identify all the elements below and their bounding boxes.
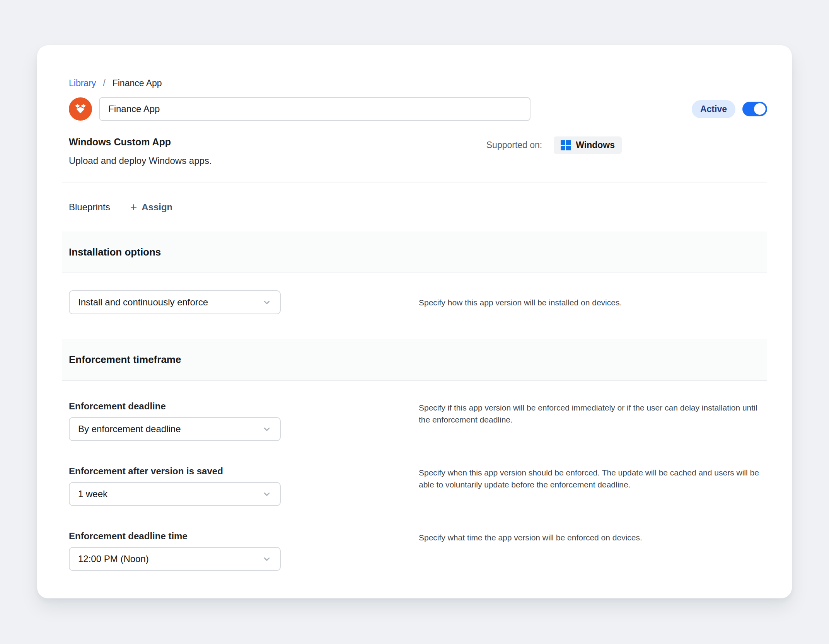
supported-on-label: Supported on: [486, 140, 542, 150]
enforcement-deadline-time-description: Specify what time the app version will b… [419, 531, 767, 543]
enforcement-deadline-value: By enforcement deadline [78, 424, 181, 434]
app-detail-card: Library / Finance App Active Windows Cus… [37, 45, 792, 598]
enforcement-after-save-row: Enforcement after version is saved 1 wee… [69, 466, 767, 506]
section-header-installation-options: Installation options [62, 232, 767, 273]
enforcement-deadline-dropdown[interactable]: By enforcement deadline [69, 417, 281, 441]
enforcement-deadline-description: Specify if this app version will be enfo… [419, 401, 767, 426]
app-name-input[interactable] [99, 97, 530, 121]
app-header-row: Active [69, 97, 767, 121]
installation-method-dropdown[interactable]: Install and continuously enforce [69, 290, 281, 314]
enforcement-after-save-dropdown[interactable]: 1 week [69, 482, 281, 506]
enforcement-deadline-row: Enforcement deadline By enforcement dead… [69, 401, 767, 441]
breadcrumb: Library / Finance App [69, 45, 767, 89]
enforcement-deadline-time-field: Enforcement deadline time 12:00 PM (Noon… [69, 531, 419, 571]
breadcrumb-current: Finance App [113, 78, 162, 89]
enforcement-after-save-label: Enforcement after version is saved [69, 466, 419, 477]
enforcement-deadline-field: Enforcement deadline By enforcement dead… [69, 401, 419, 441]
installation-method-value: Install and continuously enforce [78, 297, 208, 308]
status-badge: Active [692, 100, 735, 118]
supported-on-block: Supported on: Windows [486, 136, 622, 154]
blueprints-label: Blueprints [69, 202, 110, 213]
chevron-down-icon [262, 554, 271, 564]
installation-method-row: Install and continuously enforce Specify… [69, 290, 767, 314]
enforcement-deadline-time-value: 12:00 PM (Noon) [78, 554, 149, 564]
app-type-title: Windows Custom App [69, 136, 212, 148]
assign-blueprint-button[interactable]: + Assign [130, 202, 173, 213]
blueprints-row: Blueprints + Assign [69, 202, 767, 213]
windows-logo-icon [561, 140, 571, 150]
platform-badge-windows: Windows [554, 136, 622, 154]
chevron-down-icon [262, 298, 271, 307]
platform-name: Windows [576, 140, 615, 150]
breadcrumb-library-link[interactable]: Library [69, 78, 96, 89]
header-divider [62, 182, 767, 182]
enforcement-after-save-field: Enforcement after version is saved 1 wee… [69, 466, 419, 506]
breadcrumb-separator: / [103, 78, 105, 89]
active-toggle-knob [754, 103, 766, 115]
enforcement-deadline-time-dropdown[interactable]: 12:00 PM (Noon) [69, 547, 281, 571]
app-type-description: Upload and deploy Windows apps. [69, 155, 212, 166]
installation-method-field: Install and continuously enforce [69, 290, 419, 314]
open-box-icon [73, 101, 88, 117]
app-type-row: Windows Custom App Upload and deploy Win… [69, 136, 767, 166]
active-toggle[interactable] [742, 102, 767, 116]
status-controls: Active [692, 100, 767, 118]
enforcement-after-save-value: 1 week [78, 489, 107, 499]
section-title: Installation options [69, 246, 161, 258]
enforcement-after-save-description: Specify when this app version should be … [419, 466, 767, 491]
chevron-down-icon [262, 424, 271, 434]
assign-button-label: Assign [142, 202, 172, 213]
section-title: Enforcement timeframe [69, 354, 181, 366]
enforcement-deadline-label: Enforcement deadline [69, 401, 419, 412]
app-type-block: Windows Custom App Upload and deploy Win… [69, 136, 212, 166]
plus-icon: + [130, 203, 137, 212]
section-header-enforcement-timeframe: Enforcement timeframe [62, 339, 767, 381]
enforcement-deadline-time-row: Enforcement deadline time 12:00 PM (Noon… [69, 531, 767, 571]
installation-method-description: Specify how this app version will be ins… [419, 290, 767, 308]
app-icon [69, 97, 92, 121]
enforcement-deadline-time-label: Enforcement deadline time [69, 531, 419, 542]
chevron-down-icon [262, 489, 271, 499]
